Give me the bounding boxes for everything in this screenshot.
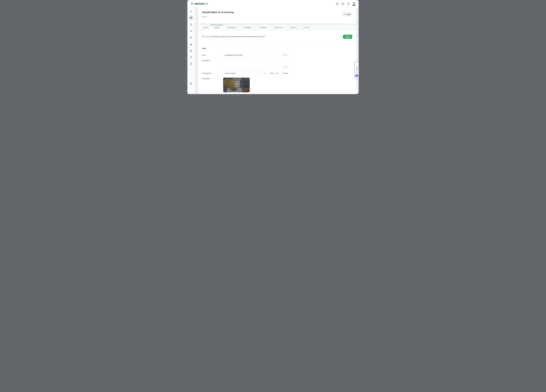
- ispring-lms-logo[interactable]: ispringlms: [190, 2, 208, 5]
- sparkle-star-icon: [356, 75, 358, 76]
- users-icon: [190, 30, 192, 32]
- add-ons-icon: [190, 82, 192, 85]
- tab-enrollments[interactable]: Enrollments: [271, 25, 287, 30]
- sidebar-item-support[interactable]: [189, 55, 194, 60]
- thumbnail-image[interactable]: [223, 78, 250, 92]
- tab-general[interactable]: General: [210, 25, 223, 30]
- ispring-flower-icon: [190, 2, 193, 5]
- description-input[interactable]: [223, 59, 289, 69]
- page-subtitle: Course: [202, 16, 207, 18]
- sidebar-item-reports[interactable]: [189, 42, 194, 47]
- tab-reports[interactable]: Reports: [287, 25, 300, 30]
- view-button-label: View: [347, 13, 351, 15]
- title-field-wrap: 25/255: [223, 53, 289, 57]
- user-avatar[interactable]: [352, 2, 356, 6]
- ai-assistant-label: AI Assistant: [356, 66, 358, 73]
- ai-assistant-badge: [355, 74, 358, 77]
- logo-brand: ispring: [194, 2, 203, 5]
- bar-chart-icon: [190, 43, 192, 46]
- sidebar-item-courses[interactable]: [189, 15, 194, 20]
- title-input[interactable]: [223, 53, 289, 57]
- minutes-input[interactable]: [275, 71, 281, 75]
- page-title: Gamification in eLearning: [202, 11, 234, 14]
- sidebar: [187, 7, 195, 94]
- book-icon: [190, 17, 192, 19]
- minutes-unit-label: minutes: [282, 72, 288, 74]
- hours-unit-label: hours: [270, 72, 274, 74]
- bell-icon: [342, 2, 344, 5]
- play-outline-icon: [344, 13, 346, 15]
- description-field-wrap: 0/32768: [223, 59, 289, 69]
- ai-assistant-tab[interactable]: AI Assistant: [355, 62, 359, 78]
- chat-button[interactable]: [335, 2, 339, 6]
- sidebar-item-assignments[interactable]: [189, 61, 194, 66]
- training-time-selected-value: Recommended: [225, 72, 235, 74]
- chat-icon: [336, 2, 338, 5]
- app-window: ispringlms: [187, 0, 359, 94]
- tab-completion[interactable]: Completion: [255, 25, 271, 30]
- training-time-label: Training time:: [202, 72, 211, 74]
- tabbar-lead: [198, 25, 201, 30]
- general-intro-text: Here, you can manage the general course …: [202, 36, 265, 38]
- title-field-label: Title*:: [202, 54, 206, 56]
- tab-reviews[interactable]: Reviews: [300, 25, 313, 30]
- tab-notifications[interactable]: Notifications: [223, 25, 240, 30]
- thumbnail-field-label: Thumbnail:: [202, 78, 210, 79]
- apps-grid-icon: [347, 3, 350, 5]
- section-divider: [202, 43, 353, 44]
- tabbar-filler: [313, 25, 356, 30]
- sidebar-item-goals[interactable]: [189, 35, 194, 40]
- sidebar-item-users[interactable]: [189, 29, 194, 33]
- description-field-label: Description:: [202, 60, 210, 61]
- tab-availability[interactable]: Availability: [240, 25, 255, 30]
- ellipsis-icon: [190, 69, 192, 72]
- hours-field-wrap: [263, 71, 269, 75]
- sidebar-item-info[interactable]: [189, 48, 194, 53]
- logo-wordmark: ispringlms: [194, 2, 208, 5]
- view-button[interactable]: View: [342, 12, 353, 17]
- sidebar-item-home[interactable]: [189, 9, 194, 14]
- logo-product: lms: [203, 2, 208, 5]
- home-icon: [190, 10, 192, 13]
- clipboard-check-icon: [190, 63, 192, 65]
- chevron-down-icon: [259, 72, 260, 74]
- apps-grid-button[interactable]: [346, 2, 351, 6]
- sidebar-item-addons[interactable]: [189, 81, 194, 86]
- notifications-button[interactable]: [341, 2, 345, 6]
- goal-target-icon: [190, 36, 192, 39]
- top-bar: ispringlms: [187, 0, 359, 7]
- general-tab-panel: Here, you can manage the general course …: [198, 30, 356, 94]
- main-section-title: Main: [202, 47, 206, 50]
- topbar-actions: [335, 2, 356, 6]
- question-bubble-icon: [190, 56, 192, 59]
- hours-input[interactable]: [263, 71, 269, 75]
- minutes-field-wrap: [275, 71, 281, 75]
- avatar-image: [352, 2, 356, 6]
- info-panel-icon: [190, 50, 192, 52]
- course-header-card: Gamification in eLearning Course View: [198, 7, 356, 23]
- sidebar-item-more[interactable]: [189, 68, 194, 73]
- presentation-play-icon: [232, 80, 241, 90]
- calendar-icon: [190, 23, 192, 26]
- training-time-select[interactable]: Recommended: [223, 71, 262, 75]
- save-button[interactable]: Save: [343, 35, 352, 39]
- course-tabs: Outline General Notifications Availabili…: [198, 25, 356, 30]
- tab-outline[interactable]: Outline: [201, 25, 210, 30]
- sidebar-item-calendar[interactable]: [189, 22, 194, 27]
